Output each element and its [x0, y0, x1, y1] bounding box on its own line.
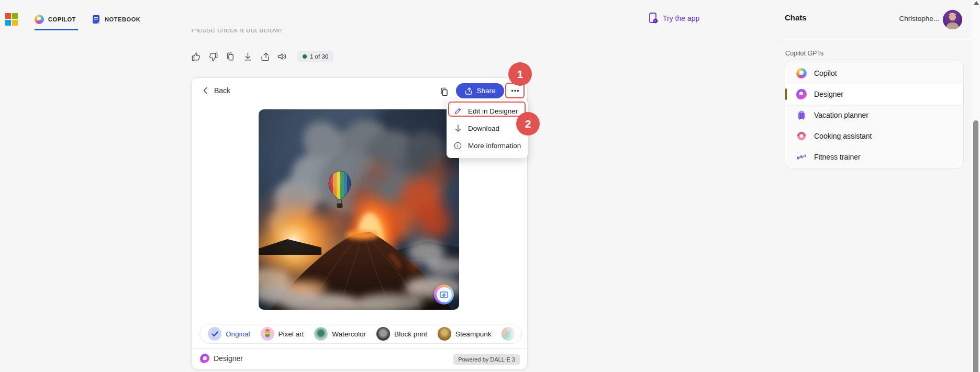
gpt-item-copilot[interactable]: Copilot [785, 63, 963, 84]
luggage-icon [796, 110, 807, 120]
tab-copilot[interactable]: COPILOT [35, 10, 78, 30]
volcano-eruption-image [259, 109, 459, 310]
back-label: Back [214, 86, 230, 95]
designer-icon [200, 354, 209, 363]
style-chip-label: Cla [519, 330, 522, 338]
style-chip-steampunk[interactable]: Steampunk [432, 325, 496, 342]
menu-item-label: More information [468, 142, 521, 150]
info-icon [453, 141, 462, 150]
scrollbar-up-arrow[interactable] [974, 1, 979, 5]
gpt-item-label: Designer [814, 90, 843, 98]
image-counter-badge: 1 of 30 [297, 51, 333, 62]
menu-item-edit-in-designer[interactable]: Edit in Designer [447, 103, 528, 120]
share-button[interactable]: Share [456, 83, 504, 98]
microsoft-logo-icon[interactable] [5, 13, 18, 26]
thumbs-down-icon [208, 52, 218, 62]
share-icon [464, 87, 473, 95]
try-the-app-label: Try the app [663, 14, 699, 22]
ellipsis-icon [511, 89, 519, 92]
style-chip-label: Block print [394, 330, 427, 338]
try-the-app-link[interactable]: Try the app [649, 13, 699, 24]
tab-copilot-label: COPILOT [48, 16, 76, 22]
gpt-item-label: Vacation planner [814, 111, 868, 119]
status-dot-icon [303, 54, 307, 59]
copilot-app: COPILOT NOTEBOOK Try the app Chats Chris… [0, 0, 980, 372]
claymation-thumbnail [502, 327, 515, 341]
designer-brand: Designer [200, 354, 243, 363]
style-chip-pixel-art[interactable]: Pixel art [255, 325, 309, 342]
card-footer-divider [192, 348, 527, 349]
designer-gpt-icon [796, 89, 807, 99]
avatar-image [943, 10, 962, 29]
assistant-message-text: Please check it out below! [191, 29, 400, 34]
style-chip-label: Watercolor [332, 330, 366, 338]
donut-icon [796, 131, 807, 141]
avatar[interactable] [943, 10, 962, 29]
notebook-icon [92, 15, 101, 24]
copilot-gpts-list: Copilot Designer Vacation planner [785, 60, 964, 169]
gpt-item-label: Fitness trainer [814, 153, 861, 161]
speaker-icon [277, 51, 287, 62]
expand-image-button[interactable] [434, 285, 454, 305]
thumbs-down-button[interactable] [207, 50, 219, 63]
gpt-item-cooking-assistant[interactable]: Cooking assistant [785, 126, 963, 146]
style-chip-block-print[interactable]: Block print [371, 325, 432, 342]
style-chip-original[interactable]: Original [203, 325, 255, 342]
annotation-step-1: 1 [508, 62, 532, 86]
chats-panel-title: Chats [785, 13, 807, 22]
gpt-item-designer[interactable]: Designer [785, 84, 963, 105]
share-response-button[interactable] [259, 50, 271, 63]
menu-item-label: Download [468, 125, 499, 132]
tab-notebook[interactable]: NOTEBOOK [92, 10, 140, 30]
arrow-down-icon [453, 124, 462, 133]
gpt-item-vacation-planner[interactable]: Vacation planner [785, 105, 963, 126]
gpt-item-label: Copilot [814, 69, 837, 77]
username[interactable]: Christophe... [891, 15, 939, 22]
share-label: Share [476, 87, 495, 95]
pencil-icon [453, 107, 462, 116]
powered-by-badge: Powered by DALL·E 3 [453, 354, 520, 365]
panel-divider [780, 39, 972, 39]
more-options-button[interactable] [508, 85, 522, 97]
style-chips-bar: Original Pixel art Watercolor Block prin… [199, 324, 522, 344]
expand-icon [437, 287, 452, 302]
copy-response-button[interactable] [224, 50, 237, 63]
gpt-item-label: Cooking assistant [814, 132, 872, 140]
checkmark-icon [208, 327, 221, 341]
style-chip-watercolor[interactable]: Watercolor [309, 325, 371, 342]
style-chip-label: Original [226, 330, 250, 338]
style-chip-label: Pixel art [279, 330, 304, 338]
export-response-button[interactable] [241, 50, 254, 63]
generated-image[interactable] [259, 109, 459, 310]
steampunk-thumbnail [438, 327, 451, 341]
gpt-item-fitness-trainer[interactable]: Fitness trainer [785, 146, 963, 167]
pixel-art-thumbnail [261, 327, 274, 341]
style-chip-claymation[interactable]: Cla [496, 325, 522, 342]
scrollbar-thumb[interactable] [973, 120, 978, 372]
back-button[interactable]: Back [202, 86, 230, 95]
annotation-step-2: 2 [516, 112, 540, 136]
dumbbells-icon [796, 152, 807, 162]
copy-icon [439, 87, 449, 97]
read-aloud-button[interactable] [276, 50, 288, 63]
designer-brand-label: Designer [214, 354, 243, 363]
copilot-gpts-section-label: Copilot GPTs [785, 50, 823, 57]
block-print-thumbnail [376, 327, 390, 341]
style-chip-label: Steampunk [455, 330, 491, 338]
image-counter-text: 1 of 30 [310, 53, 328, 60]
menu-item-download[interactable]: Download [447, 120, 528, 137]
copilot-icon [35, 15, 44, 24]
phone-app-icon [649, 13, 658, 24]
share-icon [260, 52, 270, 62]
watercolor-thumbnail [314, 327, 328, 341]
menu-item-more-information[interactable]: More information [447, 137, 528, 154]
copy-icon [226, 52, 235, 61]
copy-image-button[interactable] [438, 85, 450, 98]
more-options-menu: Edit in Designer Download More informati… [447, 99, 528, 158]
chevron-left-icon [202, 87, 209, 94]
thumbs-up-button[interactable] [190, 50, 202, 63]
copilot-gpt-icon [796, 68, 807, 78]
menu-item-label: Edit in Designer [468, 107, 518, 115]
feedback-toolbar: 1 of 30 [190, 50, 333, 63]
download-icon [243, 52, 253, 62]
